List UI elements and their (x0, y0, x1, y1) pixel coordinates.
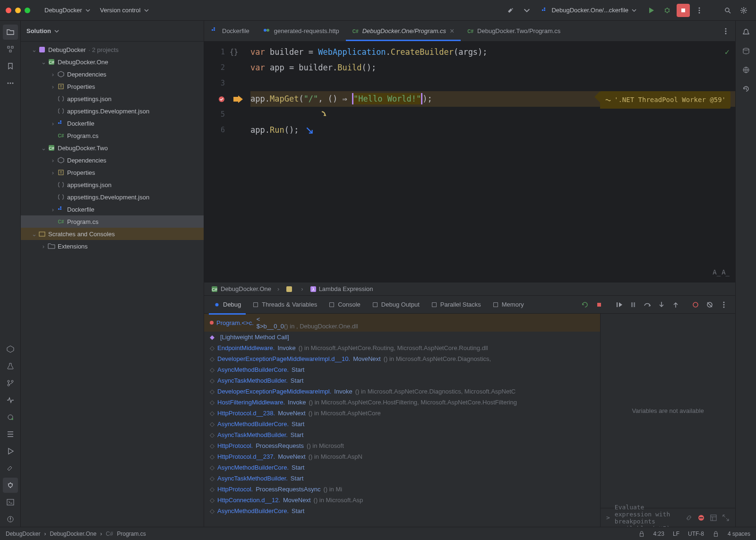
step-over-button[interactable] (641, 298, 654, 311)
debug-tab[interactable]: Debug Output (367, 298, 424, 311)
breadcrumb-item[interactable]: › (286, 285, 303, 292)
run-configuration[interactable]: DebugDocker.One/...ckerfile (536, 5, 642, 16)
tree-item[interactable]: appsettings.Development.json (21, 191, 204, 203)
tree-item[interactable]: appsettings.json (21, 179, 204, 191)
rerun-button[interactable] (578, 298, 592, 311)
editor-tab[interactable]: C#DebugDocker.Two/Program.cs (461, 21, 567, 41)
monitoring-tool-button[interactable] (3, 393, 18, 408)
stack-frame[interactable]: ◇DeveloperExceptionPageMiddlewareImpl.d_… (204, 353, 600, 364)
tabs-more-button[interactable] (716, 21, 735, 41)
solution-header[interactable]: Solution (21, 21, 204, 42)
resume-button[interactable] (612, 298, 626, 311)
stack-frame[interactable]: ◇HostFilteringMiddleware.Invoke() in Mic… (204, 397, 600, 408)
status-crumb[interactable]: DebugDocker (6, 531, 40, 537)
code-content[interactable]: ✓ var builder = WebApplication.CreateBui… (230, 42, 735, 282)
debug-tab[interactable]: Debug (209, 298, 246, 311)
status-crumb[interactable]: Program.cs (117, 531, 146, 537)
stack-frame[interactable]: ◇HttpProtocol.ProcessRequestsAsync() in … (204, 484, 600, 495)
tree-item[interactable]: ›Dockerfile (21, 203, 204, 215)
close-window-button[interactable] (6, 8, 11, 13)
stop-button[interactable] (677, 4, 690, 17)
readonly-icon[interactable] (713, 531, 719, 537)
run-button[interactable] (644, 4, 658, 17)
tree-item[interactable]: ›Dockerfile (21, 117, 204, 129)
tree-item[interactable]: appsettings.Development.json (21, 105, 204, 117)
build-button[interactable] (504, 4, 517, 17)
inspection-ok-icon[interactable]: ✓ (725, 44, 730, 60)
breadcrumb-item[interactable]: C#DebugDocker.One› (211, 285, 279, 293)
step-into-icon[interactable] (318, 111, 326, 119)
tree-item[interactable]: ⌄Scratches and Consoles (21, 228, 204, 240)
explorer-tool-button[interactable] (3, 25, 18, 40)
build-tool-button[interactable] (3, 461, 18, 476)
more-actions-button[interactable] (693, 4, 706, 17)
vcs-tool-button[interactable] (3, 376, 18, 391)
terminal-tool-button[interactable] (3, 495, 18, 510)
tree-item[interactable]: ›Extensions (21, 240, 204, 252)
evaluate-expression-bar[interactable]: > Evaluate expression with breakpoints a… (601, 508, 735, 527)
tree-view-icon[interactable] (710, 514, 717, 522)
notifications-button[interactable] (739, 25, 754, 40)
status-breadcrumbs[interactable]: DebugDocker› DebugDocker.One› C#Program.… (6, 531, 146, 537)
stack-frame[interactable]: ◇HttpProtocol.ProcessRequests() in Micro… (204, 440, 600, 451)
tree-item[interactable]: C#Program.cs (21, 215, 204, 228)
step-into-button[interactable] (655, 298, 668, 311)
endpoints-button[interactable] (739, 62, 754, 77)
todo-tool-button[interactable] (3, 427, 18, 442)
editor-body[interactable]: 1{} 2 3 4 5 6 ✓ var builder = WebApplica… (204, 42, 735, 282)
tree-item[interactable]: ›Properties (21, 80, 204, 93)
debug-more-button[interactable] (717, 298, 730, 311)
debug-button[interactable] (661, 4, 674, 17)
stack-frame[interactable]: Program.<>c.<$>b__0_0() in , DebugDocker… (204, 314, 600, 332)
tree-item[interactable]: C#Program.cs (21, 129, 204, 142)
no-entry-icon[interactable] (697, 514, 705, 522)
step-out-button[interactable] (669, 298, 682, 311)
editor-tab[interactable]: C#DebugDocker.One/Program.cs× (346, 21, 461, 41)
indent-setting[interactable]: 4 spaces (728, 531, 750, 537)
tree-item[interactable]: ›Dependencies (21, 68, 204, 80)
stack-frame[interactable]: ◇AsyncMethodBuilderCore.Start (204, 506, 600, 516)
cursor-position[interactable]: 4:23 (653, 531, 664, 537)
stack-frame[interactable]: ◇EndpointMiddleware.Invoke() in Microsof… (204, 343, 600, 353)
debug-tab[interactable]: Console (324, 298, 365, 311)
stack-frame[interactable]: ◇AsyncTaskMethodBuilder.Start (204, 473, 600, 484)
stack-frame[interactable]: ◇AsyncTaskMethodBuilder.Start (204, 375, 600, 386)
tree-item[interactable]: ⌄C#DebugDocker.Two (21, 142, 204, 154)
line-separator[interactable]: LF (673, 531, 679, 537)
run-tool-button[interactable] (3, 444, 18, 459)
stack-frame[interactable]: ◇AsyncMethodBuilderCore.Start (204, 462, 600, 473)
pause-button[interactable] (627, 298, 640, 311)
close-tab-icon[interactable]: × (450, 27, 454, 35)
nuget-tool-button[interactable] (3, 342, 18, 357)
search-button[interactable] (721, 4, 734, 17)
breadcrumb-item[interactable]: λLambda Expression (310, 285, 373, 292)
editor-tab[interactable]: generated-requests.http (256, 21, 346, 41)
tree-item[interactable]: ›Properties (21, 166, 204, 179)
unit-tests-tool-button[interactable] (3, 359, 18, 374)
tree-item[interactable]: ›Dependencies (21, 154, 204, 166)
view-breakpoints-button[interactable] (689, 298, 702, 311)
structure-tool-button[interactable] (3, 42, 18, 57)
more-tools-button[interactable] (3, 76, 18, 91)
problems-tool-button[interactable] (3, 512, 18, 527)
stack-frame[interactable]: ◆[Lightweight Method Call] (204, 332, 600, 343)
call-stack-frames[interactable]: Program.<>c.<$>b__0_0() in , DebugDocker… (204, 314, 600, 527)
lock-icon[interactable] (638, 531, 645, 537)
settings-button[interactable] (737, 4, 750, 17)
status-crumb[interactable]: DebugDocker.One (50, 531, 96, 537)
stack-frame[interactable]: ◇AsyncMethodBuilderCore.Start (204, 364, 600, 375)
debug-tab[interactable]: Parallel Stacks (426, 298, 486, 311)
solution-tree[interactable]: ⌄DebugDocker· 2 projects⌄C#DebugDocker.O… (21, 42, 204, 527)
editor-breadcrumbs[interactable]: C#DebugDocker.One››λLambda Expression (204, 282, 735, 295)
tree-item[interactable]: ⌄DebugDocker· 2 projects (21, 43, 204, 56)
mute-breakpoints-button[interactable] (703, 298, 716, 311)
stack-frame[interactable]: ◇HttpProtocol.d__237.MoveNext() in Micro… (204, 451, 600, 462)
maximize-window-button[interactable] (25, 8, 30, 13)
history-button[interactable] (739, 81, 754, 96)
file-encoding[interactable]: UTF-8 (688, 531, 704, 537)
step-down-icon[interactable] (305, 126, 314, 135)
stack-frame[interactable]: ◇HttpConnection.d__12.MoveNext() in Micr… (204, 495, 600, 506)
project-menu[interactable]: DebugDocker (40, 5, 95, 16)
debug-tab[interactable]: Threads & Variables (248, 298, 322, 311)
expand-icon[interactable] (722, 514, 730, 522)
